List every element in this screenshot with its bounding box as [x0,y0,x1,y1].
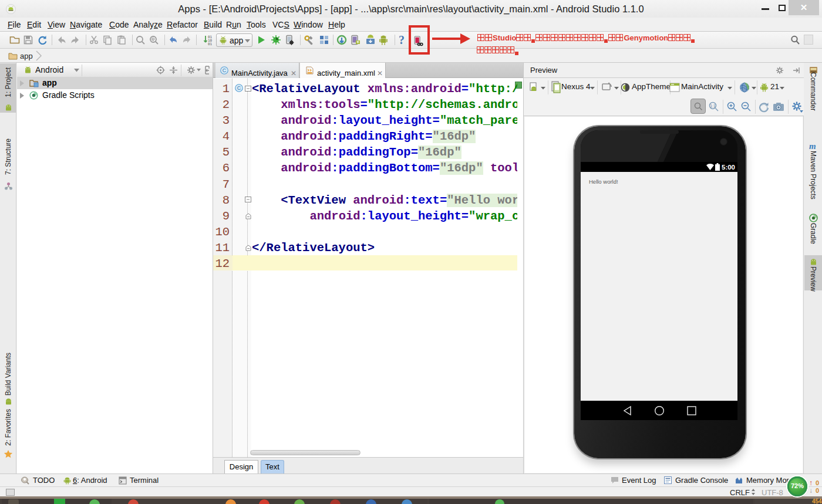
svg-text:C: C [223,67,227,73]
svg-text:01: 01 [208,42,213,45]
svg-text:1:1: 1:1 [710,104,715,108]
svg-text:C: C [237,85,241,91]
